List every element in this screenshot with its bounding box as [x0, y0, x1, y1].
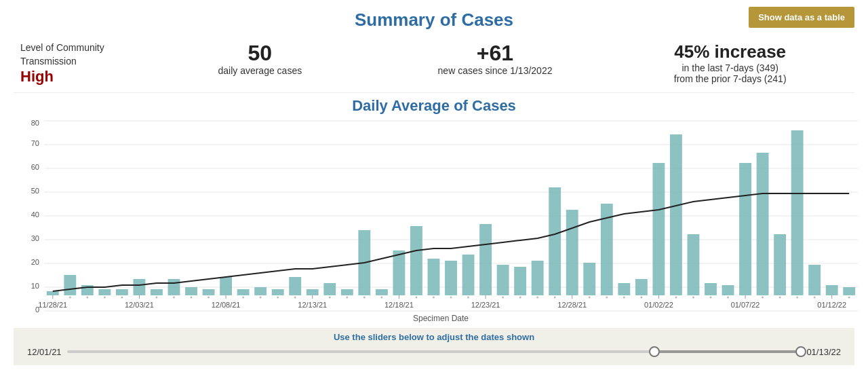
increase-line2: from the prior 7-days (241)	[612, 73, 848, 84]
slider-left-thumb[interactable]	[649, 346, 660, 357]
chart-area: 0 10 20 30 40 50 60 70 80 11/28/2112/03/…	[14, 119, 854, 325]
svg-text:20: 20	[31, 258, 39, 266]
svg-rect-63	[826, 285, 838, 295]
increase-block: 45% increase in the last 7-days (349) fr…	[612, 41, 848, 84]
svg-text:01/12/22: 01/12/22	[817, 301, 846, 309]
svg-rect-33	[307, 289, 319, 295]
svg-point-108	[675, 297, 677, 299]
svg-rect-53	[652, 163, 665, 295]
svg-point-72	[155, 297, 157, 299]
svg-rect-64	[843, 287, 855, 295]
svg-rect-40	[428, 259, 440, 295]
svg-text:01/02/22: 01/02/22	[644, 301, 673, 309]
cases-chart: 0 10 20 30 40 50 60 70 80 11/28/2112/03/…	[20, 119, 861, 322]
svg-point-96	[502, 297, 504, 299]
svg-rect-46	[532, 261, 544, 295]
svg-rect-55	[688, 234, 700, 295]
svg-text:80: 80	[31, 119, 39, 127]
svg-text:12/18/21: 12/18/21	[384, 301, 414, 309]
svg-text:10: 10	[31, 282, 39, 290]
svg-rect-39	[410, 226, 422, 295]
svg-point-91	[433, 297, 435, 299]
svg-text:12/08/21: 12/08/21	[212, 301, 241, 309]
svg-point-97	[519, 297, 521, 299]
svg-rect-28	[220, 277, 232, 295]
svg-point-93	[467, 297, 469, 299]
svg-rect-18	[47, 291, 59, 295]
svg-rect-42	[462, 255, 475, 295]
svg-point-86	[363, 297, 366, 299]
slider-fill	[654, 350, 802, 353]
svg-rect-47	[549, 187, 561, 295]
daily-avg-label: daily average cases	[142, 65, 378, 76]
show-table-button[interactable]: Show data as a table	[749, 7, 854, 28]
svg-point-66	[69, 297, 71, 299]
svg-point-116	[796, 297, 798, 299]
svg-rect-32	[289, 277, 301, 295]
svg-point-99	[554, 297, 556, 299]
daily-avg-value: 50	[142, 41, 378, 65]
svg-text:11/28/21: 11/28/21	[38, 301, 67, 309]
new-cases-label: new cases since 1/13/2022	[378, 65, 613, 76]
svg-text:60: 60	[31, 163, 39, 171]
svg-rect-30	[254, 287, 267, 295]
svg-rect-24	[151, 289, 163, 295]
svg-rect-29	[237, 289, 250, 295]
svg-rect-21	[98, 289, 111, 295]
svg-rect-43	[479, 224, 492, 295]
stats-row: Level of Community Transmission High 50 …	[14, 36, 854, 93]
svg-point-115	[779, 297, 781, 299]
svg-point-69	[121, 297, 123, 299]
slider-row: 12/01/21 01/13/22	[27, 345, 841, 358]
community-label: Level of Community Transmission	[20, 41, 142, 68]
svg-text:01/07/22: 01/07/22	[731, 301, 760, 309]
svg-point-104	[623, 297, 625, 299]
svg-point-74	[191, 297, 193, 299]
svg-text:40: 40	[31, 210, 39, 219]
svg-text:Specimen Date: Specimen Date	[413, 314, 469, 322]
community-value: High	[20, 68, 142, 86]
svg-rect-57	[722, 285, 734, 295]
svg-rect-61	[791, 130, 804, 295]
svg-text:12/03/21: 12/03/21	[125, 301, 154, 309]
increase-value: 45% increase	[612, 41, 848, 62]
svg-point-105	[640, 297, 642, 299]
svg-point-109	[692, 297, 694, 299]
svg-rect-34	[323, 283, 336, 295]
svg-rect-45	[514, 267, 526, 295]
svg-point-85	[346, 297, 348, 299]
slider-section: Use the sliders below to adjust the date…	[14, 328, 854, 365]
svg-point-81	[294, 297, 296, 299]
svg-point-87	[380, 297, 382, 299]
svg-point-90	[415, 297, 417, 299]
chart-title: Daily Average of Cases	[14, 97, 854, 115]
svg-text:12/23/21: 12/23/21	[471, 301, 500, 309]
svg-point-68	[104, 297, 106, 299]
slider-track-wrapper[interactable]	[67, 345, 802, 358]
svg-rect-35	[341, 289, 353, 295]
slider-right-thumb[interactable]	[795, 346, 806, 357]
svg-rect-31	[272, 289, 284, 295]
svg-rect-44	[497, 265, 509, 295]
page-title: Summary of Cases	[14, 7, 854, 31]
svg-point-78	[242, 297, 244, 299]
svg-point-79	[260, 297, 262, 299]
svg-text:12/28/21: 12/28/21	[557, 301, 587, 309]
svg-rect-25	[168, 279, 180, 295]
svg-point-111	[727, 297, 729, 299]
svg-point-114	[762, 297, 764, 299]
svg-rect-60	[774, 234, 786, 295]
svg-point-92	[450, 297, 452, 299]
svg-rect-48	[566, 210, 578, 295]
header-row: Summary of Cases Show data as a table	[14, 7, 854, 31]
svg-point-67	[86, 297, 88, 299]
svg-rect-56	[705, 283, 717, 295]
svg-rect-49	[583, 263, 595, 295]
svg-text:12/13/21: 12/13/21	[298, 301, 327, 309]
svg-rect-54	[670, 134, 682, 295]
svg-rect-52	[635, 279, 648, 295]
page-wrapper: Summary of Cases Show data as a table Le…	[0, 0, 868, 372]
svg-text:30: 30	[31, 234, 39, 242]
svg-point-75	[208, 297, 210, 299]
svg-point-98	[536, 297, 538, 299]
